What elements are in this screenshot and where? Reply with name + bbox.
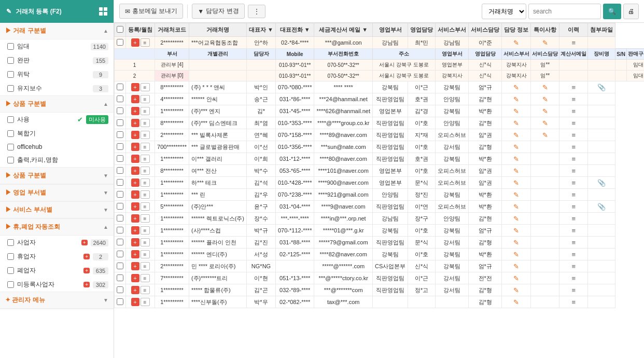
checkbox-imdae[interactable] [7,43,14,50]
dropdown-arrow-icon: ▼ [198,8,204,15]
checkbox-wital[interactable] [7,71,14,78]
plus-badge-closed[interactable]: + [83,268,90,273]
sidebar-item-unregistered[interactable]: 미등록사업자 + 302 [0,278,114,292]
section-sales-dept-title: ▶ 영업 부서별 [5,188,46,197]
sidebar-item-print[interactable]: 출력,카피,명함 [0,153,114,167]
chevron-down-icon4: ▼ [103,297,108,303]
checkbox-wanpan[interactable] [7,57,14,64]
section-service-dept-title: ▶ 서비스 부서별 [5,205,52,214]
row-plus-btn[interactable]: + [131,38,139,47]
edit-info-icon[interactable]: ✎ [513,39,519,47]
printer-icon: 🖨 [628,8,634,15]
section-admin-menu-title: ✦ 관리자 메뉴 [5,296,45,305]
checkbox-suspended[interactable] [7,253,14,260]
sidebar: ✎ 거래처 등록 (F2) ▶ 거래 구분별 ▲ 임대 1140 완판 155 … [0,0,114,358]
th-note: 특이사항 [531,23,559,37]
manager-change-button[interactable]: ▼ 담당자 변경 [192,4,244,19]
table-row: +≡ 8*********(주)*** 딤스엔테크최*염010-*353-***… [115,117,645,129]
history-list-icon[interactable]: ≡ [571,84,576,91]
table-row: +≡ 2************ 빌록사제론연*혜070-*158-******… [115,129,645,141]
section-service-dept-header[interactable]: ▶ 서비스 부서별 ▼ [0,202,114,218]
section-admin-menu-header[interactable]: ✦ 관리자 메뉴 ▼ [0,292,114,309]
table-row: +≡ 8********* (주) * * * 앤씨 박*인 070-*080-… [115,81,645,93]
sidebar-item-officehub[interactable]: officehub [0,141,114,153]
checkbox-used[interactable] [7,116,14,123]
sidebar-item-maintenance[interactable]: 유지보수 3 [0,81,114,95]
section-sales-dept-header[interactable]: ▶ 영업 부서별 ▼ [0,185,114,201]
table-row: +≡ 1*********이*** 갤러리이*희031-*12-********… [115,153,645,165]
sidebar-item-suspended[interactable]: 휴업자 + 2 [0,250,114,264]
history-list-icon[interactable]: ≡ [571,39,576,47]
sidebar-item-wital[interactable]: 위탁 9 [0,67,114,81]
section-product-type2-title: ▶ 상품 구분별 [5,171,46,180]
select-all-checkbox[interactable] [117,26,123,33]
table-row: +≡ 8*********여*** 전산박*수053-*65-********1… [115,165,645,177]
checkbox-print[interactable] [7,157,14,163]
chevron-up-icon: ▲ [103,28,108,34]
checkbox-closed[interactable] [7,267,14,274]
table-row: +≡ 1*************** 엔디(주)서*성02-*125-****… [115,249,645,260]
search-category-select[interactable]: 거래처명 [482,4,526,19]
plus-badge-unregistered[interactable]: + [83,282,90,287]
section-admin-menu: ✦ 관리자 메뉴 ▼ [0,292,114,309]
row-plus-btn[interactable]: + [131,83,139,91]
plus-badge-business[interactable]: + [81,240,88,245]
section-sales-dept: ▶ 영업 부서별 ▼ [0,185,114,202]
section-product-type-header[interactable]: ▶ 상품 구분별 ▲ [0,96,114,113]
row-checkbox[interactable] [117,39,123,46]
table-row: +≡ 1*************** 플라이 인천김*진031-*88-***… [115,237,645,249]
edit-icon: ✎ [6,8,11,15]
th-dept1: 영업부서 [372,23,408,37]
section-trade-type-header[interactable]: ▶ 거래 구분별 ▲ [0,23,114,39]
section-product-type2-header[interactable]: ▶ 상품 구분별 ▼ [0,168,114,184]
table-row: +≡ 1************** 합물류(주)김*곤032-*89-****… [115,284,645,296]
search-area: 거래처명 🔍 🖨 [482,4,639,19]
plus-badge-suspended[interactable]: + [83,254,90,259]
edit-info-icon[interactable]: ✎ [513,84,519,91]
section-closed-biz: ▶ 휴,폐업 자동조회 ▲ 사업자 + 2640 휴업자 + 2 폐업자 + 6… [0,219,114,292]
checkbox-officehub[interactable] [7,144,14,150]
checkbox-combo[interactable] [7,130,14,137]
row-menu-btn[interactable]: ≡ [141,83,150,91]
sidebar-item-used[interactable]: 사용 ✔ 미사용 [0,113,114,127]
table-row: +≡ 1*************신부돌(주)박*우02-*082-****ta… [115,296,645,308]
sidebar-item-closed[interactable]: 폐업자 + 635 [0,264,114,278]
th-check [115,23,126,37]
table-row: +≡ 4*************** 안씨송*근031-*86-*******… [115,93,645,105]
edit-note-icon[interactable]: ✎ [542,84,548,91]
checkbox-maintenance[interactable] [7,85,14,92]
th-code: 거래처코드 [155,23,189,37]
checkbox-business[interactable] [7,239,14,246]
chevron-down-icon: ▼ [103,173,108,178]
print-button[interactable]: 🖨 [623,4,639,19]
sidebar-item-combo[interactable]: 복합기 [0,127,114,141]
section-closed-biz-header[interactable]: ▶ 휴,폐업 자동조회 ▲ [0,219,114,236]
chevron-down-icon2: ▼ [103,190,108,196]
sidebar-title: 거래처 등록 (F2) [16,7,62,16]
toolbar-separator1 [187,5,188,18]
grid-icon[interactable] [99,7,107,16]
more-button[interactable]: ⋮ [248,5,265,18]
row-menu-btn[interactable]: ≡ [141,38,150,47]
sub-table-row: 1 관리부 [4] 010-93**-01** 070-50**-32** 서울… [115,60,645,71]
sidebar-item-imdae[interactable]: 임대 1140 [0,39,114,53]
search-button[interactable]: 🔍 [603,4,621,19]
checkbox-unregistered[interactable] [7,281,14,288]
edit-note-icon[interactable]: ✎ [542,39,548,47]
email-button[interactable]: ✉ 홍보메일 보내기 [119,4,183,19]
section-closed-biz-title: ▶ 휴,폐업 자동조회 [5,223,60,231]
th-history: 이력 [559,23,588,37]
sidebar-item-business[interactable]: 사업자 + 2640 [0,236,114,250]
sidebar-item-wanpan[interactable]: 완판 155 [0,53,114,67]
search-input[interactable] [528,4,601,19]
th-name: 거래처명 [189,23,246,37]
search-icon: 🔍 [608,8,616,15]
table-row: +≡ 1*********하*** 테크김*석010-*428-********… [115,177,645,189]
email-icon: ✉ [125,8,130,15]
attach-clip-icon[interactable]: 📎 [597,84,606,91]
table-row: +≡ 1*************** 렉트로닉스(주)장*수***-****-… [115,213,645,225]
table-row: +≡ 7*********(주)*******트리이*현051-*13-****… [115,272,645,284]
row-checkbox[interactable] [117,84,123,90]
th-mgr1: 영업담당 [408,23,436,37]
section-trade-type: ▶ 거래 구분별 ▲ 임대 1140 완판 155 위탁 9 유지보수 3 [0,23,114,96]
